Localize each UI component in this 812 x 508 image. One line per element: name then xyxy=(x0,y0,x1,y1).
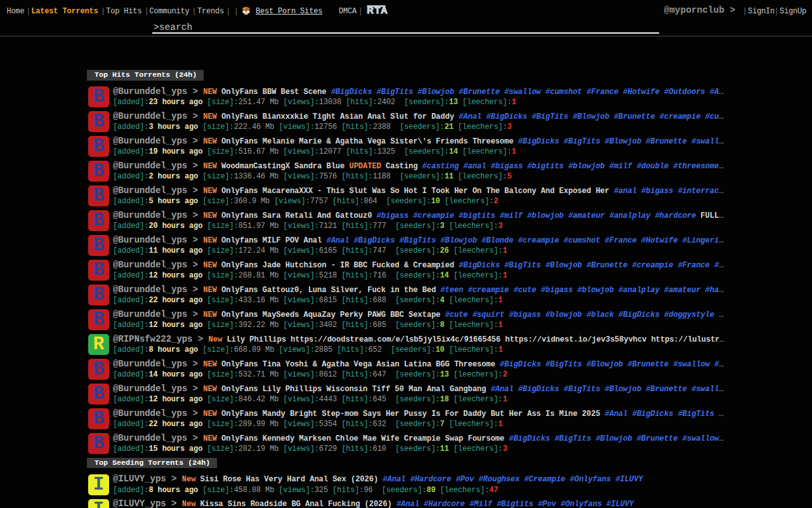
svg-text:RTA: RTA xyxy=(367,5,388,14)
